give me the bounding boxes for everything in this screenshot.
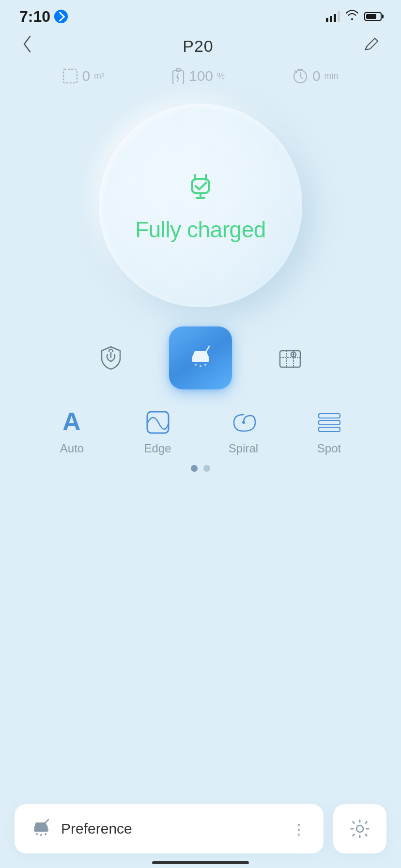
page-dot-1 [203,465,210,472]
area-stat: 0 m² [62,68,104,84]
shield-power-icon [97,344,125,372]
preference-card[interactable]: Preference ⋮ [15,804,324,853]
preference-clean-icon [31,819,51,839]
svg-point-26 [356,825,363,832]
auto-mode-item[interactable]: A Auto [43,409,101,455]
settings-gear-icon [349,818,370,839]
spiral-mode-icon [230,409,257,436]
status-time: 7:10 [19,8,68,26]
svg-rect-9 [192,358,209,362]
auto-mode-label: Auto [60,442,84,455]
battery-icon [364,12,382,21]
mode-row: A Auto Edge Spiral Spot [0,404,401,460]
preference-label: Preference [61,821,282,837]
location-icon [54,10,68,23]
svg-rect-2 [176,68,180,71]
more-options-button[interactable]: ⋮ [292,821,307,837]
spiral-mode-item[interactable]: Spiral [215,409,273,455]
actions-row [0,322,401,404]
spot-mode-label: Spot [317,442,341,455]
svg-point-15 [293,354,294,356]
time-stat: 0 min [292,68,339,84]
auto-mode-icon: A [59,409,86,436]
svg-point-24 [40,834,42,836]
svg-text:A: A [62,409,81,435]
shield-power-button[interactable] [92,339,130,377]
home-indicator [152,861,249,864]
svg-point-23 [36,833,38,835]
header: P20 [0,29,401,63]
spiral-mode-label: Spiral [229,442,258,455]
area-icon [62,68,78,84]
map-pin-button[interactable] [271,339,309,377]
spot-mode-item[interactable]: Spot [300,409,358,455]
main-circle[interactable]: Fully charged [99,104,302,307]
battery-stat: 100 % [171,68,225,84]
signal-icon [326,11,340,22]
svg-rect-20 [319,420,340,425]
svg-point-10 [195,364,197,366]
svg-rect-19 [319,414,340,418]
status-icons [326,10,382,23]
charge-check-icon [181,168,220,207]
svg-rect-13 [280,351,300,367]
back-button[interactable] [21,34,33,58]
svg-point-12 [204,364,206,366]
page-title: P20 [183,37,214,56]
svg-rect-0 [63,69,77,83]
svg-rect-22 [34,828,48,832]
svg-point-25 [45,833,46,835]
edit-button[interactable] [363,36,380,56]
status-bar: 7:10 [0,0,401,29]
charge-status-text: Fully charged [135,217,266,243]
main-circle-container: Fully charged [0,94,401,322]
spot-mode-icon [316,409,343,436]
page-dot-0 [191,465,198,472]
svg-point-11 [200,365,201,367]
clean-main-icon [185,342,216,373]
edge-mode-item[interactable]: Edge [129,409,187,455]
edge-mode-label: Edge [144,442,171,455]
wifi-icon [346,10,358,23]
svg-rect-4 [192,179,209,193]
battery-stat-icon [171,68,185,84]
svg-point-18 [242,421,245,424]
svg-rect-21 [319,427,340,432]
bottom-bar: Preference ⋮ [15,804,386,853]
map-pin-icon [276,344,304,372]
clean-main-button[interactable] [169,326,232,389]
page-indicator [0,460,401,481]
settings-card[interactable] [333,804,386,853]
time-icon [292,68,308,84]
edge-mode-icon [144,409,171,436]
stats-row: 0 m² 100 % 0 min [0,63,401,94]
